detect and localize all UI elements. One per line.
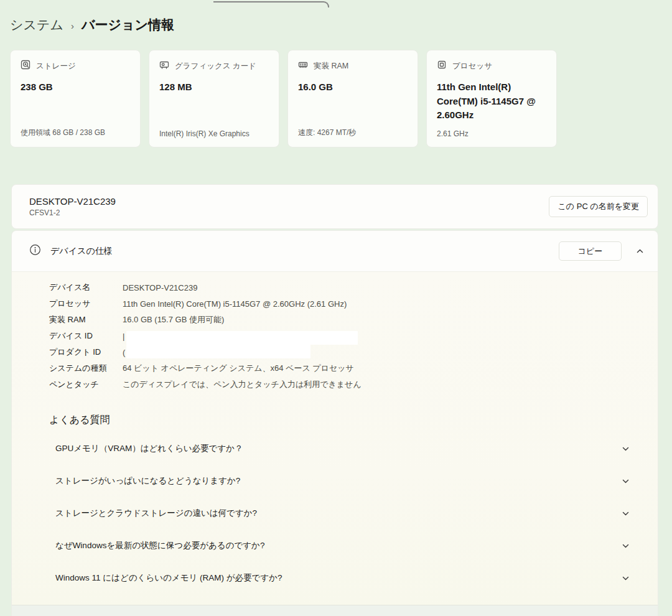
processor-card: プロセッサ 11th Gen Intel(R) Core(TM) i5-1145… xyxy=(426,50,557,147)
breadcrumb: システム › バージョン情報 xyxy=(10,16,174,34)
storage-icon xyxy=(21,60,30,72)
processor-card-detail: 2.61 GHz xyxy=(437,129,546,138)
ram-icon xyxy=(298,60,308,72)
spec-value: ( xyxy=(123,348,125,357)
processor-card-label: プロセッサ xyxy=(452,61,492,72)
spec-row-device-name: デバイス名 DESKTOP-V21C239 xyxy=(49,279,658,296)
faq-section: よくある質問 GPUメモリ（VRAM）はどれくらい必要ですか？ ストレージがいっ… xyxy=(12,413,658,594)
faq-question: ストレージとクラウドストレージの違いは何ですか? xyxy=(55,508,257,519)
chevron-down-icon xyxy=(622,510,630,518)
faq-item-gpu-memory[interactable]: GPUメモリ（VRAM）はどれくらい必要ですか？ xyxy=(55,432,637,465)
spec-value: 64 ビット オペレーティング システム、x64 ベース プロセッサ xyxy=(123,363,354,374)
device-specifications-expander: デバイスの仕様 コピー デバイス名 DESKTOP-V21C239 プロセッサ … xyxy=(11,230,658,616)
faq-question: なぜWindowsを最新の状態に保つ必要があるのですか? xyxy=(55,540,264,551)
rename-pc-button[interactable]: この PC の名前を変更 xyxy=(549,196,648,217)
graphics-card-value: 128 MB xyxy=(159,80,269,95)
device-id-redaction xyxy=(126,331,358,345)
spec-value: 16.0 GB (15.7 GB 使用可能) xyxy=(123,314,224,325)
device-specifications-header[interactable]: デバイスの仕様 コピー xyxy=(12,231,658,272)
copy-button[interactable]: コピー xyxy=(559,241,622,261)
ram-card: 実装 RAM 16.0 GB 速度: 4267 MT/秒 xyxy=(287,50,418,147)
product-id-redaction xyxy=(126,345,310,358)
storage-card-label: ストレージ xyxy=(36,61,76,72)
ram-card-detail: 速度: 4267 MT/秒 xyxy=(298,128,408,138)
faq-question: ストレージがいっぱいになるとどうなりますか? xyxy=(55,475,240,487)
spec-value: DESKTOP-V21C239 xyxy=(123,283,197,292)
faq-list: GPUメモリ（VRAM）はどれくらい必要ですか？ ストレージがいっぱいになるとど… xyxy=(12,432,658,594)
spec-value: 11th Gen Intel(R) Core(TM) i5-1145G7 @ 2… xyxy=(123,299,347,309)
spec-label: デバイス名 xyxy=(49,282,123,293)
breadcrumb-separator-icon: › xyxy=(71,19,74,31)
faq-question: Windows 11 にはどのくらいのメモリ (RAM) が必要ですか? xyxy=(55,572,282,584)
device-specifications-title: デバイスの仕様 xyxy=(50,246,113,257)
chevron-up-icon[interactable] xyxy=(636,247,644,255)
faq-item-storage-full[interactable]: ストレージがいっぱいになるとどうなりますか? xyxy=(55,465,637,497)
spec-row-pen-touch: ペンとタッチ このディスプレイでは、ペン入力とタッチ入力は利用できません xyxy=(49,376,658,393)
spec-label: ペンとタッチ xyxy=(49,379,123,390)
device-subtitle: CFSV1-2 xyxy=(29,208,116,217)
spec-label: デバイス ID xyxy=(49,330,123,342)
chevron-down-icon xyxy=(622,574,630,582)
storage-card: ストレージ 238 GB 使用領域 68 GB / 238 GB xyxy=(10,50,141,147)
spec-row-ram: 実装 RAM 16.0 GB (15.7 GB 使用可能) xyxy=(49,312,658,328)
hardware-summary-cards: ストレージ 238 GB 使用領域 68 GB / 238 GB グラフィックス… xyxy=(10,50,557,147)
device-specifications-content: デバイス名 DESKTOP-V21C239 プロセッサ 11th Gen Int… xyxy=(12,272,658,605)
faq-item-keep-windows-updated[interactable]: なぜWindowsを最新の状態に保つ必要があるのですか? xyxy=(55,530,637,562)
spec-label: プロダクト ID xyxy=(49,347,123,358)
device-name: DESKTOP-V21C239 xyxy=(29,196,116,207)
window-edge-artifact xyxy=(213,1,329,7)
spec-value: このディスプレイでは、ペン入力とタッチ入力は利用できません xyxy=(123,379,362,390)
graphics-card-detail: Intel(R) Iris(R) Xe Graphics xyxy=(159,129,269,138)
chevron-down-icon xyxy=(622,445,630,453)
graphics-card-icon xyxy=(159,60,169,72)
faq-title: よくある質問 xyxy=(49,413,658,427)
spec-value: | xyxy=(123,332,124,341)
faq-item-win11-ram[interactable]: Windows 11 にはどのくらいのメモリ (RAM) が必要ですか? xyxy=(55,562,637,594)
storage-card-value: 238 GB xyxy=(21,80,130,95)
page-title: バージョン情報 xyxy=(82,16,174,34)
device-name-panel: DESKTOP-V21C239 CFSV1-2 この PC の名前を変更 xyxy=(11,184,658,229)
faq-question: GPUメモリ（VRAM）はどれくらい必要ですか？ xyxy=(55,443,243,454)
processor-card-value: 11th Gen Intel(R) Core(TM) i5-1145G7 @ 2… xyxy=(437,80,546,123)
chevron-down-icon xyxy=(622,542,630,550)
ram-card-value: 16.0 GB xyxy=(298,80,408,95)
spec-row-processor: プロセッサ 11th Gen Intel(R) Core(TM) i5-1145… xyxy=(49,296,658,312)
spec-row-system-type: システムの種類 64 ビット オペレーティング システム、x64 ベース プロセ… xyxy=(49,360,658,376)
graphics-card-label: グラフィックス カード xyxy=(175,61,256,72)
breadcrumb-system[interactable]: システム xyxy=(10,16,63,34)
chevron-down-icon xyxy=(622,477,630,485)
info-icon xyxy=(29,244,41,258)
graphics-card-card: グラフィックス カード 128 MB Intel(R) Iris(R) Xe G… xyxy=(149,50,279,147)
next-section-peek xyxy=(12,605,658,616)
storage-card-detail: 使用領域 68 GB / 238 GB xyxy=(21,128,130,138)
spec-label: 実装 RAM xyxy=(49,314,123,325)
processor-icon xyxy=(437,60,447,72)
faq-item-cloud-storage[interactable]: ストレージとクラウドストレージの違いは何ですか? xyxy=(55,497,637,530)
ram-card-label: 実装 RAM xyxy=(314,61,348,72)
spec-label: プロセッサ xyxy=(49,298,123,309)
spec-label: システムの種類 xyxy=(49,363,123,374)
